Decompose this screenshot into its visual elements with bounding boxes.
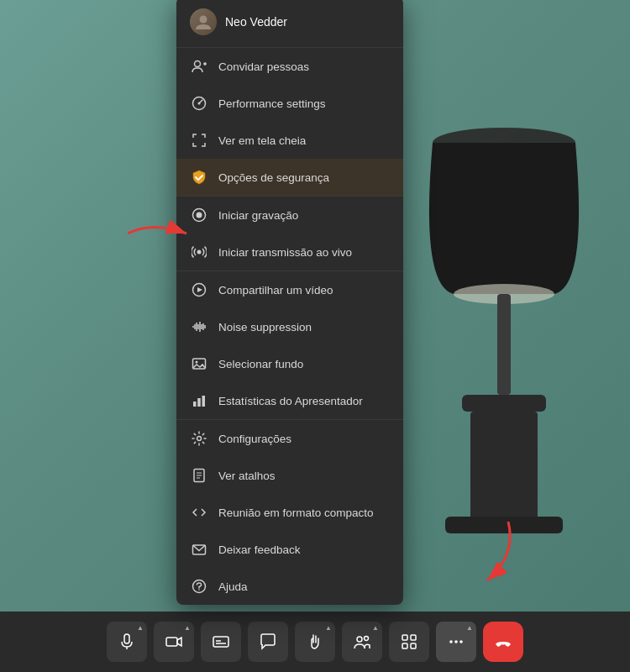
invite-people-label: Convidar pessoas: [218, 60, 309, 73]
noise-suppression-item[interactable]: Noise suppression: [176, 308, 403, 345]
end-call-button[interactable]: [483, 622, 523, 662]
share-video-label: Compartilhar um vídeo: [218, 284, 333, 297]
shield-icon: [190, 168, 208, 186]
camera-button[interactable]: ▲: [154, 622, 194, 662]
code-icon: [190, 503, 208, 522]
menu-header: Neo Vedder: [176, 0, 403, 48]
menu-section-1: Convidar pessoas Performance settings: [176, 48, 403, 197]
noise-suppression-label: Noise suppression: [218, 321, 312, 333]
security-options-item[interactable]: Opções de segurança: [176, 159, 403, 196]
username-label: Neo Vedder: [225, 15, 287, 29]
svg-rect-49: [411, 635, 416, 640]
svg-rect-5: [445, 517, 563, 533]
svg-point-9: [195, 61, 201, 67]
user-avatar: [190, 8, 217, 35]
question-icon: [190, 577, 208, 596]
leave-feedback-label: Deixar feedback: [218, 543, 301, 556]
record-icon: [190, 206, 208, 224]
shortcuts-item[interactable]: Ver atalhos: [176, 457, 403, 494]
captions-button[interactable]: [201, 622, 241, 662]
svg-rect-50: [402, 643, 407, 648]
chevron-up-icon: ▲: [136, 624, 144, 633]
svg-point-8: [200, 16, 207, 24]
start-recording-item[interactable]: Iniciar gravação: [176, 197, 403, 234]
start-livestream-item[interactable]: Iniciar transmissão ao vivo: [176, 234, 403, 270]
svg-rect-30: [197, 398, 201, 407]
svg-rect-42: [166, 638, 177, 646]
apps-button[interactable]: [389, 622, 429, 662]
bar-chart-icon: [190, 391, 208, 410]
document-icon: [190, 466, 208, 485]
svg-point-28: [196, 361, 198, 364]
menu-section-4: Configurações Ver atalhos Reunião em: [176, 420, 403, 605]
settings-label: Configurações: [218, 433, 291, 445]
svg-rect-31: [202, 396, 206, 407]
invite-people-item[interactable]: Convidar pessoas: [176, 48, 403, 85]
dropdown-menu: Neo Vedder Convidar pessoas: [176, 0, 403, 605]
waveform-icon: [190, 318, 208, 336]
participants-button[interactable]: ▲: [342, 622, 382, 662]
chevron-up-icon-hand: ▲: [324, 624, 333, 633]
menu-section-2: Iniciar gravação Iniciar transmissão ao …: [176, 197, 403, 271]
help-label: Ajuda: [218, 580, 248, 593]
lamp-illustration: [370, 50, 605, 538]
svg-point-32: [197, 437, 202, 441]
menu-section-3: Compartilhar um vídeo Noise suppression: [176, 271, 403, 420]
fullscreen-label: Ver em tela cheia: [218, 134, 306, 147]
svg-rect-29: [193, 402, 197, 407]
share-video-item[interactable]: Compartilhar um vídeo: [176, 271, 403, 308]
svg-point-15: [197, 213, 202, 218]
more-options-button[interactable]: ▲: [436, 622, 476, 662]
play-circle-icon: [190, 281, 208, 299]
person-add-icon: [190, 57, 208, 76]
performance-settings-label: Performance settings: [218, 97, 326, 110]
speedometer-icon: [190, 94, 208, 113]
raise-hand-button[interactable]: ▲: [295, 622, 335, 662]
svg-point-46: [357, 637, 362, 642]
select-background-label: Selecionar fundo: [218, 358, 303, 370]
presenter-stats-label: Estatísticas do Apresentador: [218, 395, 363, 407]
svg-point-16: [197, 250, 202, 255]
start-recording-label: Iniciar gravação: [218, 209, 298, 222]
svg-rect-3: [462, 395, 546, 412]
image-icon: [190, 354, 208, 373]
svg-rect-43: [213, 637, 228, 647]
fullscreen-item[interactable]: Ver em tela cheia: [176, 122, 403, 159]
shortcuts-label: Ver atalhos: [218, 470, 276, 482]
security-options-label: Opções de segurança: [218, 171, 329, 184]
help-item[interactable]: Ajuda: [176, 568, 403, 605]
gear-icon: [190, 429, 208, 448]
envelope-icon: [190, 540, 208, 559]
fullscreen-icon: [190, 131, 208, 150]
toolbar: ▲ ▲ ▲ ▲: [0, 612, 630, 672]
svg-rect-48: [402, 635, 407, 640]
presenter-stats-item[interactable]: Estatísticas do Apresentador: [176, 382, 403, 419]
compact-meeting-item[interactable]: Reunião em formato compacto: [176, 494, 403, 531]
leave-feedback-item[interactable]: Deixar feedback: [176, 531, 403, 568]
svg-marker-18: [197, 287, 202, 292]
svg-point-53: [454, 640, 458, 643]
broadcast-icon: [190, 243, 208, 261]
chat-button[interactable]: [248, 622, 288, 662]
svg-point-47: [365, 637, 369, 641]
svg-rect-2: [497, 294, 511, 395]
svg-rect-40: [124, 634, 129, 643]
compact-meeting-label: Reunião em formato compacto: [218, 507, 374, 519]
settings-item[interactable]: Configurações: [176, 420, 403, 457]
svg-point-54: [459, 640, 463, 643]
svg-rect-51: [411, 643, 416, 648]
svg-point-13: [198, 102, 201, 105]
svg-point-52: [449, 640, 453, 643]
chevron-up-icon-cam: ▲: [183, 624, 192, 633]
mic-button[interactable]: ▲: [107, 622, 147, 662]
chevron-up-icon-more: ▲: [465, 624, 474, 633]
select-background-item[interactable]: Selecionar fundo: [176, 345, 403, 382]
chevron-up-icon-participants: ▲: [371, 624, 380, 633]
start-livestream-label: Iniciar transmissão ao vivo: [218, 246, 352, 259]
performance-settings-item[interactable]: Performance settings: [176, 85, 403, 122]
svg-rect-4: [470, 412, 538, 529]
svg-point-39: [198, 589, 200, 591]
